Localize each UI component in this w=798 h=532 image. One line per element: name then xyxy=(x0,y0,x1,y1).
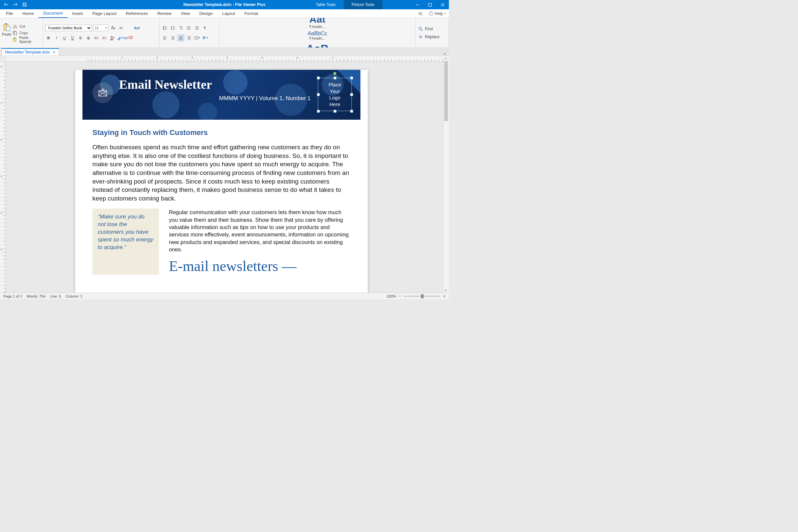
ribbon-clipboard: Paste Cut Copy Paste Special xyxy=(0,18,43,48)
tabs-dropdown-icon[interactable]: ▾ xyxy=(444,52,445,56)
maximize-button[interactable] xyxy=(424,0,436,9)
ribbon-options-icon[interactable] xyxy=(417,10,424,17)
newsletter-banner: @ Email Newsletter MMMM YYYY | Volume 1,… xyxy=(82,70,360,120)
font-size-select[interactable]: 11▾ xyxy=(93,25,108,31)
resize-handle[interactable] xyxy=(334,76,337,79)
close-tab-icon[interactable]: ✕ xyxy=(53,50,56,55)
ribbon-styles: AaBbCcDdE¶ Normal AaBbCc¶ headin… Aat¶ h… xyxy=(220,18,416,48)
menu-home[interactable]: Home xyxy=(18,9,39,18)
body-paragraph: Regular communication with your customer… xyxy=(169,208,350,253)
align-center-button[interactable] xyxy=(170,35,176,41)
undo-button[interactable] xyxy=(3,1,9,8)
menu-references[interactable]: References xyxy=(121,9,152,18)
menu-page-layout[interactable]: Page Layout xyxy=(88,9,121,18)
double-strikethrough-button[interactable]: S xyxy=(85,35,92,41)
line-spacing-button[interactable]: ▾ xyxy=(193,35,200,41)
double-underline-button[interactable]: U xyxy=(69,35,76,41)
document-tab[interactable]: Newsletter Template.dotx ✕ xyxy=(1,48,59,56)
redo-button[interactable] xyxy=(12,1,19,8)
bold-button[interactable]: B xyxy=(45,35,52,41)
font-color-button[interactable]: A▾ xyxy=(109,35,116,41)
zoom-out-button[interactable]: − xyxy=(399,293,401,299)
decrease-indent-button[interactable] xyxy=(186,25,192,31)
status-page[interactable]: Page 1 of 2 xyxy=(3,294,22,298)
align-left-button[interactable] xyxy=(162,35,168,41)
highlight-button[interactable]: ▾ xyxy=(117,35,124,41)
superscript-button[interactable]: X2 xyxy=(93,35,100,41)
resize-handle[interactable] xyxy=(350,110,353,113)
copy-button[interactable]: Copy xyxy=(13,30,41,36)
clear-format-button[interactable]: ab⌫ xyxy=(125,35,132,41)
svg-point-12 xyxy=(163,26,164,26)
strikethrough-button[interactable]: S xyxy=(77,35,84,41)
menu-bar: File Home Document Insert Page Layout Re… xyxy=(0,9,449,18)
picture-tools-tab[interactable]: Picture Tools xyxy=(344,0,382,9)
section-heading: Staying in Touch with Customers xyxy=(92,128,350,137)
menu-insert[interactable]: Insert xyxy=(68,9,88,18)
paste-button[interactable]: Paste xyxy=(2,23,11,43)
shading-button[interactable]: ▾ xyxy=(202,35,208,41)
horizontal-ruler[interactable]: 1234567 xyxy=(6,56,443,62)
status-line: Line: 5 xyxy=(50,294,61,298)
resize-handle[interactable] xyxy=(350,76,353,79)
status-bar: Page 1 of 2 Words: 754 Line: 5 Column: 1… xyxy=(0,292,449,299)
menu-design[interactable]: Design xyxy=(194,9,217,18)
menu-review[interactable]: Review xyxy=(153,9,176,18)
style-heading3[interactable]: AaBbCc¶ headin… xyxy=(305,30,329,41)
show-marks-button[interactable]: ¶ xyxy=(202,25,208,31)
menu-view[interactable]: View xyxy=(176,9,195,18)
change-case-button[interactable]: Aa▾ xyxy=(134,25,140,31)
underline-button[interactable]: U xyxy=(61,35,68,41)
increase-indent-button[interactable] xyxy=(193,25,200,31)
subscript-button[interactable]: X2 xyxy=(101,35,108,41)
shrink-font-button[interactable]: A▾ xyxy=(118,25,125,31)
resize-handle[interactable] xyxy=(350,93,353,96)
grow-font-button[interactable]: A▴ xyxy=(110,25,116,31)
menu-document[interactable]: Document xyxy=(39,9,68,18)
ribbon-font: Franklin Gothic Book 11▾ A▴ A▾ Aa▾ B I U… xyxy=(43,18,159,48)
svg-rect-5 xyxy=(6,26,10,31)
align-justify-button[interactable] xyxy=(177,35,184,41)
svg-point-18 xyxy=(419,27,422,30)
paste-special-button[interactable]: Paste Special xyxy=(13,36,41,43)
vertical-scrollbar[interactable]: ▴ ▾ xyxy=(443,56,449,292)
resize-handle[interactable] xyxy=(317,110,320,113)
vertical-ruler[interactable]: 012345 xyxy=(0,62,6,292)
table-tools-tab[interactable]: Table Tools xyxy=(308,0,344,9)
help-button[interactable]: ? Help ▾ xyxy=(429,11,445,16)
svg-rect-4 xyxy=(5,23,7,25)
document-page[interactable]: @ Email Newsletter MMMM YYYY | Volume 1,… xyxy=(75,70,368,292)
status-words[interactable]: Words: 754 xyxy=(26,294,45,298)
zoom-in-button[interactable]: + xyxy=(443,293,445,299)
body-paragraph: Often businesses spend as much time and … xyxy=(92,143,350,203)
resize-handle[interactable] xyxy=(317,93,320,96)
save-button[interactable] xyxy=(21,1,28,8)
cut-button[interactable]: Cut xyxy=(13,23,41,30)
menu-layout[interactable]: Layout xyxy=(217,9,240,18)
status-column: Column: 1 xyxy=(65,294,82,298)
zoom-level[interactable]: 100% xyxy=(387,294,396,298)
find-button[interactable]: Find xyxy=(418,25,446,33)
resize-handle[interactable] xyxy=(334,110,337,113)
document-tabs: Newsletter Template.dotx ✕ ▾ xyxy=(0,48,449,56)
zoom-slider[interactable] xyxy=(404,296,440,297)
rotate-handle[interactable] xyxy=(333,72,337,75)
style-heading4[interactable]: AaB¶ headin… xyxy=(304,41,331,48)
menu-format[interactable]: Format xyxy=(240,9,263,18)
svg-rect-9 xyxy=(14,32,17,35)
style-heading2[interactable]: Aat¶ headin… xyxy=(306,18,329,30)
window-title: Newsletter Template.dotx - File Viewer P… xyxy=(184,2,265,7)
minimize-button[interactable] xyxy=(411,0,424,9)
email-icon: @ xyxy=(92,82,113,103)
bullets-button[interactable] xyxy=(162,25,168,31)
numbering-button[interactable]: 123 xyxy=(170,25,176,31)
align-right-button[interactable] xyxy=(186,35,192,41)
close-button[interactable] xyxy=(436,0,449,9)
italic-button[interactable]: I xyxy=(53,35,60,41)
font-name-select[interactable]: Franklin Gothic Book xyxy=(45,25,92,31)
multilevel-button[interactable] xyxy=(177,25,184,31)
replace-button[interactable]: Replace xyxy=(418,33,446,41)
ribbon-editing: Find Replace xyxy=(416,18,449,48)
resize-handle[interactable] xyxy=(317,76,320,79)
menu-file[interactable]: File xyxy=(1,9,18,18)
